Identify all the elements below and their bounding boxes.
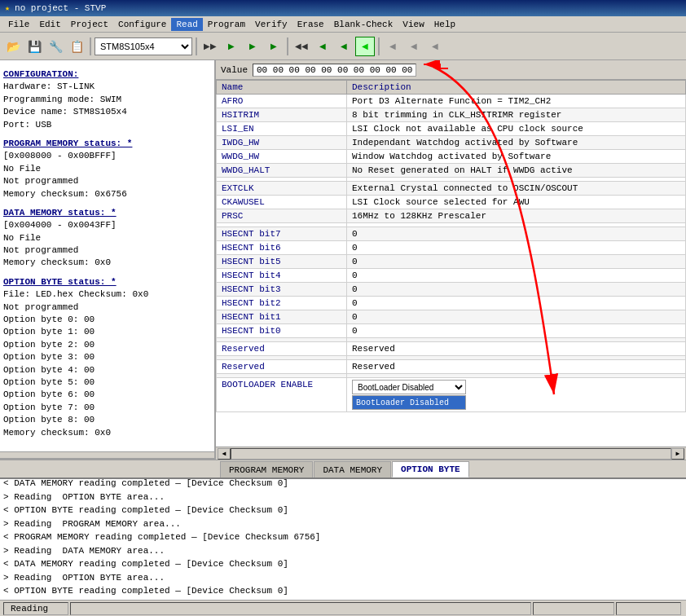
toolbar-print-btn[interactable]: 📋 [67, 37, 86, 56]
left-panel-resize[interactable] [0, 451, 214, 458]
option-desc-cell: 0 [347, 297, 686, 310]
tab-option-byte[interactable]: OPTION BYTE [392, 461, 469, 477]
toolbar-read-all-btn[interactable]: ◀◀ [292, 37, 311, 56]
menu-project[interactable]: Project [66, 18, 113, 31]
tab-program-memory[interactable]: PROGRAM MEMORY [220, 461, 313, 477]
scroll-right-btn[interactable]: ▶ [671, 448, 684, 460]
option-byte-item: Option byte 8: 00 [3, 415, 95, 425]
program-memory-file: No File [3, 164, 41, 174]
programming-mode-text: Programming mode: SWIM [3, 95, 121, 104]
option-byte-programmed: Not programmed [3, 302, 78, 312]
toolbar-extra1-btn[interactable]: ◀ [383, 37, 402, 56]
scroll-track [231, 448, 671, 460]
menu-blank-check[interactable]: Blank-Check [329, 18, 398, 31]
right-panel: Value 00 00 00 00 00 00 00 00 00 00 Name… [216, 60, 686, 460]
data-memory-file: No File [3, 233, 41, 243]
toolbar-prog-ob-btn[interactable]: ▶ [264, 37, 284, 56]
menu-program[interactable]: Program [203, 18, 250, 31]
table-row: HSECNT bit70 [217, 227, 686, 241]
option-desc-cell: External Crystal connected to OSCIN/OSCO… [347, 182, 686, 196]
option-name-cell: AFRO [217, 95, 347, 108]
option-name-cell: HSECNT bit7 [217, 227, 347, 241]
menu-edit[interactable]: Edit [34, 18, 65, 31]
data-memory-section: DATA MEMORY status: * [0x004000 - 0x0043… [3, 207, 211, 270]
option-desc-cell[interactable]: BootLoader DisabledBootLoader EnabledBoo… [347, 378, 686, 412]
table-row: WWDG_HALTNo Reset generated on HALT if W… [217, 164, 686, 178]
option-desc-cell: Port D3 Alternate Function = TIM2_CH2 [347, 95, 686, 108]
table-row: HSECNT bit30 [217, 283, 686, 297]
toolbar-read-pm-btn[interactable]: ◀ [313, 37, 332, 56]
option-byte-title: OPTION BYTE status: * [3, 277, 117, 287]
h-scrollbar[interactable]: ◀ ▶ [216, 447, 686, 460]
toolbar-open-btn[interactable]: 📂 [3, 37, 23, 56]
status-bar: Reading [0, 600, 686, 616]
device-select[interactable]: STM8S105x4 [95, 37, 192, 55]
table-row: AFROPort D3 Alternate Function = TIM2_CH… [217, 95, 686, 108]
toolbar-prog-dm-btn[interactable]: ▶ [243, 37, 262, 56]
option-table: Name Description AFROPort D3 Alternate F… [216, 80, 686, 412]
menu-help[interactable]: Help [429, 18, 460, 31]
program-memory-range: [0x008000 - 0x00BFFF] [3, 151, 117, 161]
option-desc-cell: 0 [347, 255, 686, 269]
toolbar-prog-pm-btn[interactable]: ▶ [222, 37, 241, 56]
configuration-title: CONFIGURATION: [3, 69, 78, 79]
option-name-cell: HSECNT bit3 [217, 283, 347, 297]
option-name-cell: HSECNT bit1 [217, 310, 347, 324]
scroll-left-btn[interactable]: ◀ [218, 448, 231, 460]
toolbar-new-btn[interactable]: 🔧 [46, 37, 65, 56]
log-line: > Reading DATA MEMORY area... [3, 544, 683, 558]
toolbar-read-dm-btn[interactable]: ◀ [334, 37, 354, 56]
option-name-cell: HSECNT bit0 [217, 324, 347, 338]
option-byte-item: Option byte 4: 00 [3, 365, 95, 375]
table-row: CKAWUSELLSI Clock source selected for AW… [217, 196, 686, 209]
log-line: < OPTION BYTE reading completed — [Devic… [3, 584, 683, 598]
menu-read[interactable]: Read [171, 18, 202, 31]
option-byte-file: File: LED.hex Checksum: 0x0 [3, 289, 148, 299]
data-memory-programmed: Not programmed [3, 245, 78, 255]
left-panel: CONFIGURATION: Hardware: ST-LINK Program… [0, 60, 216, 460]
table-row: HSECNT bit40 [217, 269, 686, 283]
menu-view[interactable]: View [398, 18, 429, 31]
main-wrapper: CONFIGURATION: Hardware: ST-LINK Program… [0, 60, 686, 616]
option-name-cell: HSECNT bit4 [217, 269, 347, 283]
table-row: ReservedReserved [217, 360, 686, 374]
status-empty2 [533, 602, 614, 615]
bootloader-selected-display: BootLoader Disabled [352, 395, 466, 410]
option-table-container[interactable]: Name Description AFROPort D3 Alternate F… [216, 80, 686, 447]
option-byte-item: Option byte 5: 00 [3, 377, 95, 387]
data-memory-title: DATA MEMORY status: * [3, 208, 117, 218]
value-label: Value [221, 65, 248, 75]
content-area: CONFIGURATION: Hardware: ST-LINK Program… [0, 60, 686, 460]
toolbar-extra2-btn[interactable]: ◀ [404, 37, 424, 56]
toolbar-sep4 [378, 37, 380, 55]
option-name-cell: PRSC [217, 209, 347, 223]
option-desc-cell: Reserved [347, 342, 686, 356]
option-name-cell: Reserved [217, 360, 347, 374]
table-row: BOOTLOADER ENABLEBootLoader DisabledBoot… [217, 378, 686, 412]
toolbar-sep3 [287, 37, 288, 55]
bootloader-select[interactable]: BootLoader DisabledBootLoader Enabled [352, 380, 466, 394]
tab-data-memory[interactable]: DATA MEMORY [314, 461, 391, 477]
menu-file[interactable]: File [3, 18, 34, 31]
program-memory-title: PROGRAM MEMORY status: * [3, 139, 132, 148]
option-desc-cell: 0 [347, 283, 686, 297]
menu-erase[interactable]: Erase [292, 18, 329, 31]
toolbar-save-btn[interactable]: 💾 [24, 37, 44, 56]
option-name-cell: HSECNT bit5 [217, 255, 347, 269]
option-name-cell: WWDG_HW [217, 150, 347, 164]
option-byte-item: Option byte 1: 00 [3, 327, 95, 337]
log-line: < OPTION BYTE reading completed — [Devic… [3, 504, 683, 517]
toolbar-prog-all-btn[interactable]: ▶▶ [200, 37, 220, 56]
toolbar-sep1 [90, 37, 91, 55]
option-desc-cell: LSI Clock not available as CPU clock sou… [347, 122, 686, 136]
log-lines-container: < DATA MEMORY reading completed — [Devic… [3, 477, 683, 598]
toolbar-extra3-btn[interactable]: ◀ [425, 37, 445, 56]
option-byte-item: Option byte 2: 00 [3, 340, 95, 350]
menu-verify[interactable]: Verify [250, 18, 292, 31]
menu-configure[interactable]: Configure [113, 18, 171, 31]
option-table-body: AFROPort D3 Alternate Function = TIM2_CH… [217, 95, 686, 412]
value-bar: Value 00 00 00 00 00 00 00 00 00 00 [216, 60, 686, 80]
toolbar-read-ob-btn[interactable]: ◀ [355, 37, 375, 56]
table-row: WWDG_HWWindow Watchdog activated by Soft… [217, 150, 686, 164]
option-desc-cell: 0 [347, 310, 686, 324]
